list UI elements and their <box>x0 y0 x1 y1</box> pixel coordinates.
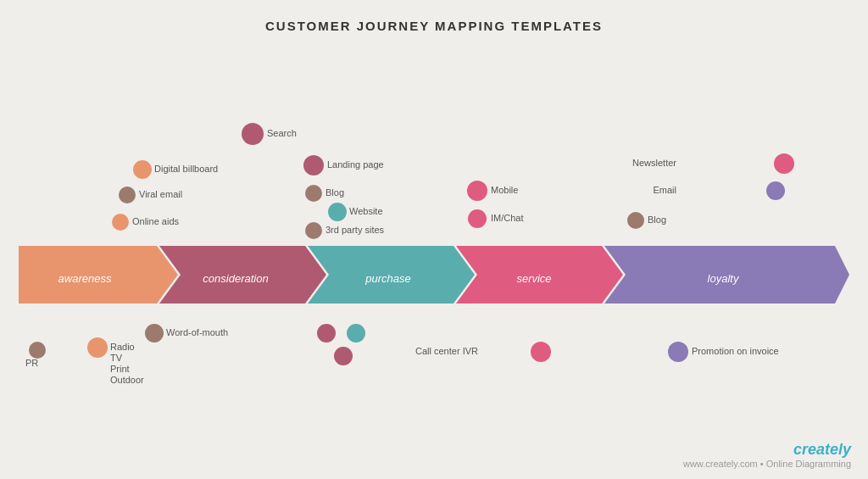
call-center-dot <box>531 342 551 362</box>
digital-billboard-dot <box>133 160 152 179</box>
im-chat-dot <box>468 209 487 228</box>
3rd-party-label: 3rd party sites <box>326 225 385 235</box>
website-label: Website <box>349 206 383 216</box>
awareness-label: awareness <box>58 272 112 285</box>
consideration-label: consideration <box>203 272 268 285</box>
search-dot <box>242 123 264 145</box>
creately-brand: creately <box>793 441 851 458</box>
pr-label: PR <box>25 358 38 368</box>
mobile-dot <box>467 181 487 201</box>
search-label: Search <box>267 128 297 138</box>
website-dot <box>328 203 347 221</box>
online-aids-dot <box>112 214 129 231</box>
email-label: Email <box>653 185 676 195</box>
im-chat-label: IM/Chat <box>491 213 524 223</box>
call-center-label: Call center IVR <box>415 346 478 356</box>
promotion-dot <box>668 342 688 362</box>
blog-above-label: Blog <box>326 187 344 198</box>
newsletter-dot <box>774 153 794 174</box>
word-of-mouth-label: Word-of-mouth <box>166 327 228 337</box>
below-dot-3 <box>334 347 353 365</box>
radio-tv-dot <box>87 337 108 358</box>
page-container: CUSTOMER JOURNEY MAPPING TEMPLATES aware… <box>0 0 868 479</box>
diagram-svg: awareness consideration purchase service… <box>0 0 868 479</box>
viral-email-dot <box>119 187 136 203</box>
newsletter-label: Newsletter <box>632 158 676 168</box>
blog-loyalty-dot <box>627 212 644 229</box>
3rd-party-dot <box>305 222 322 239</box>
digital-billboard-label: Digital billboard <box>154 164 218 174</box>
email-dot <box>766 181 785 200</box>
blog-loyalty-label: Blog <box>648 214 666 225</box>
viral-email-label: Viral email <box>139 189 182 199</box>
loyalty-label: loyalty <box>708 272 740 285</box>
landing-page-dot <box>303 155 324 175</box>
pr-dot <box>29 342 46 359</box>
creately-logo: creately www.creately.com • Online Diagr… <box>683 441 851 469</box>
service-label: service <box>516 272 551 285</box>
radio-tv-label: Radio TV Print Outdoor <box>110 342 144 385</box>
promotion-label: Promotion on invoice <box>692 346 779 356</box>
blog-above-dot <box>305 185 322 202</box>
below-dot-2 <box>347 324 365 343</box>
purchase-label: purchase <box>364 272 410 285</box>
word-of-mouth-dot <box>145 324 164 343</box>
landing-page-label: Landing page <box>327 159 384 170</box>
online-aids-label: Online aids <box>132 216 180 226</box>
creately-tagline: www.creately.com • Online Diagramming <box>683 459 851 469</box>
below-dot-1 <box>317 324 336 343</box>
mobile-label: Mobile <box>491 185 518 195</box>
